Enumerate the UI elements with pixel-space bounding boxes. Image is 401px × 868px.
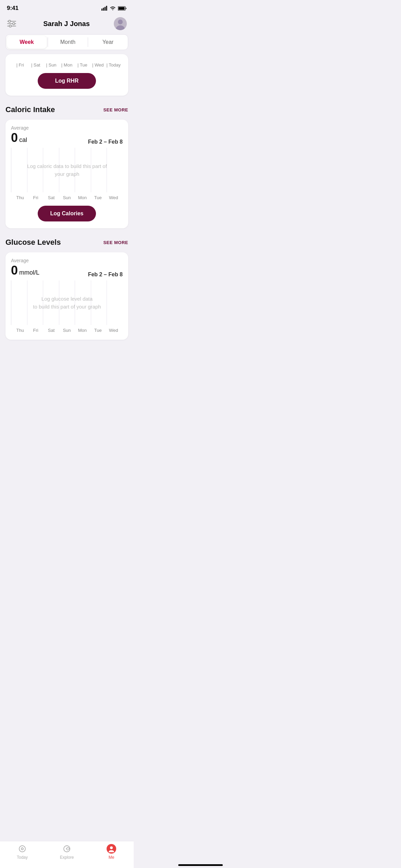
glucose-date-range: Feb 2 – Feb 8 xyxy=(88,272,123,278)
caloric-title: Caloric Intake xyxy=(5,105,55,114)
day-fri: | Fri xyxy=(12,62,28,68)
battery-icon xyxy=(118,6,127,11)
glu-day-thu: Thu xyxy=(12,328,28,333)
rhr-card: | Fri | Sat | Sun | Mon | Tue | Wed | To… xyxy=(5,54,128,96)
status-time: 9:41 xyxy=(7,5,19,12)
svg-rect-3 xyxy=(106,6,107,11)
day-wed: | Wed xyxy=(90,62,106,68)
status-bar: 9:41 xyxy=(0,0,134,14)
caloric-avg-label: Average xyxy=(11,125,29,131)
day-sun: | Sun xyxy=(44,62,59,68)
glucose-value: 0 xyxy=(11,263,18,278)
page-title: Sarah J Jonas xyxy=(43,20,90,28)
cal-day-sat: Sat xyxy=(44,195,59,200)
log-rhr-button[interactable]: Log RHR xyxy=(38,73,96,89)
day-tue: | Tue xyxy=(75,62,90,68)
svg-rect-2 xyxy=(105,7,106,11)
log-calories-button[interactable]: Log Calories xyxy=(38,206,96,221)
filter-icon[interactable] xyxy=(7,17,19,30)
caloric-date-range: Feb 2 – Feb 8 xyxy=(88,139,123,145)
cal-day-fri: Fri xyxy=(28,195,43,200)
cal-day-sun: Sun xyxy=(59,195,74,200)
rhr-days-row: | Fri | Sat | Sun | Mon | Tue | Wed | To… xyxy=(11,60,123,69)
glucose-stats: Average 0 mmol/L Feb 2 – Feb 8 xyxy=(11,258,123,278)
svg-point-7 xyxy=(9,20,11,22)
svg-point-9 xyxy=(13,23,15,25)
svg-point-11 xyxy=(9,25,11,27)
caloric-value: 0 xyxy=(11,131,18,145)
glucose-days-row: Thu Fri Sat Sun Mon Tue Wed xyxy=(11,325,123,334)
svg-point-13 xyxy=(118,20,123,24)
svg-point-12 xyxy=(116,25,125,30)
avatar[interactable]: ⚙ xyxy=(114,17,127,30)
svg-rect-0 xyxy=(101,9,102,11)
svg-rect-5 xyxy=(119,7,125,10)
caloric-unit: cal xyxy=(19,136,27,144)
glucose-section-header: Glucose Levels SEE MORE xyxy=(0,232,134,248)
glu-day-mon: Mon xyxy=(75,328,90,333)
period-year[interactable]: Year xyxy=(88,35,128,50)
glucose-see-more[interactable]: SEE MORE xyxy=(103,240,128,245)
glucose-title: Glucose Levels xyxy=(5,238,61,247)
cal-day-wed: Wed xyxy=(106,195,121,200)
period-month[interactable]: Month xyxy=(48,35,88,50)
caloric-card: Average 0 cal Feb 2 – Feb 8 Log caloric … xyxy=(5,120,128,228)
glu-day-wed: Wed xyxy=(106,328,121,333)
glucose-unit: mmol/L xyxy=(19,269,39,276)
glu-day-fri: Fri xyxy=(28,328,43,333)
cal-day-thu: Thu xyxy=(12,195,28,200)
glu-day-sat: Sat xyxy=(44,328,59,333)
wifi-icon xyxy=(110,6,116,11)
day-sat: | Sat xyxy=(28,62,43,68)
glucose-card: Average 0 mmol/L Feb 2 – Feb 8 Log gluco… xyxy=(5,252,128,340)
period-week[interactable]: Week xyxy=(7,36,47,49)
svg-text:⚙: ⚙ xyxy=(125,28,127,30)
cal-day-mon: Mon xyxy=(75,195,90,200)
signal-icon xyxy=(101,6,108,11)
svg-rect-1 xyxy=(103,8,104,11)
glu-day-sun: Sun xyxy=(59,328,74,333)
caloric-days-row: Thu Fri Sat Sun Mon Tue Wed xyxy=(11,192,123,202)
app-header: Sarah J Jonas ⚙ xyxy=(0,14,134,34)
caloric-empty-text: Log caloric data to build this part of y… xyxy=(23,162,112,178)
period-toggle: Week Month Year xyxy=(5,34,128,50)
caloric-see-more[interactable]: SEE MORE xyxy=(103,107,128,112)
glu-day-tue: Tue xyxy=(90,328,106,333)
status-icons xyxy=(101,6,127,11)
caloric-graph: Log caloric data to build this part of y… xyxy=(11,148,123,192)
day-today: | Today xyxy=(106,62,121,68)
cal-day-tue: Tue xyxy=(90,195,106,200)
caloric-section-header: Caloric Intake SEE MORE xyxy=(0,100,134,116)
glucose-graph: Log glucose level datato build this part… xyxy=(11,280,123,325)
caloric-stats: Average 0 cal Feb 2 – Feb 8 xyxy=(11,125,123,145)
day-mon: | Mon xyxy=(59,62,74,68)
glucose-avg-label: Average xyxy=(11,258,39,263)
glucose-empty-text: Log glucose level datato build this part… xyxy=(23,295,112,311)
